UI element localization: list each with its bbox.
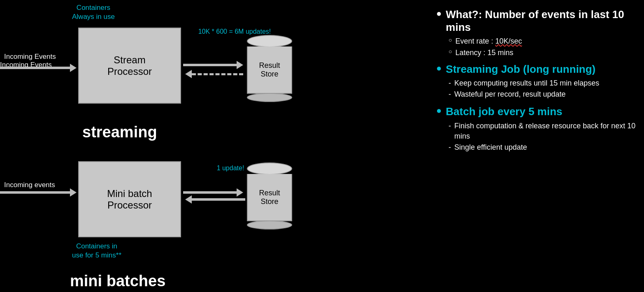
dashed-arrow-back [185,70,243,78]
dash-text-1: Keep computing results until 15 min elap… [454,78,599,88]
bullet-batch: ● Batch job every 5 mins [436,105,636,118]
bullet-dot-2: ● [436,63,442,74]
incoming-events-top-text: Incoming Events [4,53,56,61]
sub-bullet-dot-2: ○ [449,48,452,56]
dash-4: - Single efficient update [449,142,636,153]
dash-3: - Finish computation & release resource … [449,121,636,141]
right-panel: ● What?: Number of events in last 10 min… [432,0,644,292]
dash-text-4: Single efficient update [454,142,527,153]
dash-icon-4: - [449,142,451,153]
left-panel: Containers Always in use Incoming Events… [0,0,432,292]
streaming-job-text: Streaming Job (long running) [446,63,595,76]
sub-bullets-1: ○ Event rate : 10K/sec ○ Latency : 15 mi… [449,36,636,58]
bullet-what-text: What?: Number of events in last 10 mins [446,8,636,34]
result-store-bottom: Result Store [247,162,292,229]
event-rate-text: Event rate : 10K/sec [455,36,522,46]
dash-icon-3: - [449,121,451,131]
bullet-streaming: ● Streaming Job (long running) [436,63,636,76]
sub-bullet-dot-1: ○ [449,36,452,44]
streaming-label: streaming [82,123,157,141]
sub-bullet-event-rate: ○ Event rate : 10K/sec [449,36,636,46]
dash-text-3: Finish computation & release resource ba… [454,121,636,141]
dash-2: - Wasteful per record, result update [449,89,636,100]
containers-in-label: Containers in use for 5 mins** [72,242,121,260]
mini-batch-processor-box: Mini batch Processor [78,161,181,237]
event-rate-value: 10K/sec [495,37,522,45]
dash-text-2: Wasteful per record, result update [454,89,565,100]
dash-icon-2: - [449,89,451,100]
dash-icon-1: - [449,78,451,88]
dash-1: - Keep computing results until 15 min el… [449,78,636,88]
arrow-in-mini-batch [0,188,77,197]
result-store-top: Result Store [247,35,292,102]
latency-text: Latency : 15 mins [455,48,513,58]
bullet-dot-1: ● [436,8,442,19]
arrow-stream-to-result [183,61,243,69]
update-top-label: 10K * 600 = 6M updates! [193,28,276,35]
incoming-events-bottom-text: Incoming events [4,181,55,189]
bullet-dot-3: ● [436,105,442,116]
arrow-in-stream [0,64,77,72]
bullet-what: ● What?: Number of events in last 10 min… [436,8,636,34]
mini-batches-label: mini batches [70,272,165,290]
arrow-result-to-mini-batch [185,195,245,204]
stream-processor-box: Stream Processor [78,28,181,104]
containers-always-label: Containers Always in use [72,3,115,21]
dash-bullets-batch: - Finish computation & release resource … [449,121,636,154]
sub-bullet-latency: ○ Latency : 15 mins [449,48,636,58]
batch-job-text: Batch job every 5 mins [446,105,562,118]
dash-bullets-streaming: - Keep computing results until 15 min el… [449,78,636,100]
